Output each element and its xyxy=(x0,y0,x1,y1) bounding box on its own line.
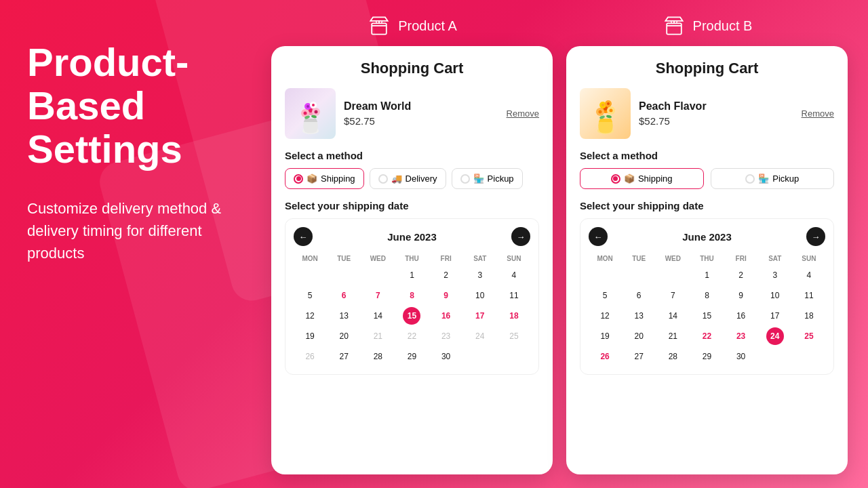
cal-day-15[interactable]: 15 xyxy=(698,307,715,325)
cal-day-2[interactable]: 2 xyxy=(437,266,455,284)
cal-day-15[interactable]: 15 xyxy=(403,307,420,325)
cal-day-22[interactable]: 22 xyxy=(403,327,420,345)
cal-day-6[interactable]: 6 xyxy=(335,287,353,304)
product-b-pickup-option[interactable]: 🏪 Pickup xyxy=(711,168,835,189)
cal-day-20[interactable]: 20 xyxy=(630,327,648,345)
cal-day-header: THU xyxy=(690,253,723,264)
shipping-radio-a xyxy=(294,174,303,184)
cal-day-25[interactable]: 25 xyxy=(800,327,818,345)
product-a-header: Product A xyxy=(367,14,457,38)
cal-day-10[interactable]: 10 xyxy=(471,287,489,304)
product-a-label: Product A xyxy=(398,18,457,34)
cal-day-2[interactable]: 2 xyxy=(732,266,750,284)
cal-day-26[interactable]: 26 xyxy=(301,348,319,365)
product-b-remove[interactable]: Remove xyxy=(802,108,834,119)
pickup-icon-a: 🏪 xyxy=(473,174,484,184)
cal-day-27[interactable]: 27 xyxy=(335,348,353,365)
cal-day-30[interactable]: 30 xyxy=(437,348,455,365)
cal-day-11[interactable]: 11 xyxy=(505,287,523,304)
cal-day-17[interactable]: 17 xyxy=(471,307,489,325)
cal-day-14[interactable]: 14 xyxy=(664,307,682,325)
main-description: Customize delivery method & delivery tim… xyxy=(27,197,231,264)
cal-day-9[interactable]: 9 xyxy=(437,287,455,304)
cal-day-13[interactable]: 13 xyxy=(630,307,648,325)
product-b-shipping-option[interactable]: 📦 Shipping xyxy=(580,168,704,189)
cal-day-12[interactable]: 12 xyxy=(301,307,319,325)
cal-day-18[interactable]: 18 xyxy=(800,307,818,325)
product-a-pickup-option[interactable]: 🏪 Pickup xyxy=(452,168,523,189)
cal-day-1[interactable]: 1 xyxy=(698,266,715,284)
product-a-prev-month[interactable]: ← xyxy=(294,227,313,246)
cal-day-16[interactable]: 16 xyxy=(732,307,750,325)
cal-day-3[interactable]: 3 xyxy=(471,266,489,284)
product-a-shipping-option[interactable]: 📦 Shipping xyxy=(285,168,364,189)
cal-day-24[interactable]: 24 xyxy=(471,327,489,345)
cal-day-11[interactable]: 11 xyxy=(800,287,818,304)
cal-day-5[interactable]: 5 xyxy=(596,287,614,304)
svg-point-23 xyxy=(601,104,604,106)
cal-day-14[interactable]: 14 xyxy=(369,307,387,325)
cal-day-4[interactable]: 4 xyxy=(505,266,523,284)
cal-day-19[interactable]: 19 xyxy=(301,327,319,345)
product-a-next-month[interactable]: → xyxy=(511,227,530,246)
product-a-delivery-option[interactable]: 🚚 Delivery xyxy=(370,168,446,189)
cal-day-8[interactable]: 8 xyxy=(403,287,420,304)
cal-day-7[interactable]: 7 xyxy=(369,287,387,304)
box-icon-a xyxy=(367,14,391,38)
product-b-calendar: ← June 2023 → MONTUEWEDTHUFRISATSUN12345… xyxy=(580,218,834,375)
cal-day-22[interactable]: 22 xyxy=(698,327,715,345)
product-b-next-month[interactable]: → xyxy=(806,227,825,246)
shipping-label-a: Shipping xyxy=(321,174,355,184)
cal-day-7[interactable]: 7 xyxy=(664,287,682,304)
cal-day-12[interactable]: 12 xyxy=(596,307,614,325)
shipping-icon-a: 📦 xyxy=(307,174,317,184)
cal-day-20[interactable]: 20 xyxy=(335,327,353,345)
product-b-prev-month[interactable]: ← xyxy=(589,227,608,246)
cal-day-29[interactable]: 29 xyxy=(698,348,715,365)
product-a-cart-title: Shopping Cart xyxy=(285,60,539,77)
product-a-remove[interactable]: Remove xyxy=(507,108,539,119)
cal-day-6[interactable]: 6 xyxy=(630,287,648,304)
product-a-image xyxy=(285,88,336,139)
cal-day-19[interactable]: 19 xyxy=(596,327,614,345)
left-panel: Product-Based Settings Customize deliver… xyxy=(0,0,258,488)
box-icon-b xyxy=(662,14,686,38)
cal-day-30[interactable]: 30 xyxy=(732,348,750,365)
main-heading: Product-Based Settings xyxy=(27,41,231,170)
pickup-label-a: Pickup xyxy=(488,174,514,184)
product-b-name: Peach Flavor xyxy=(639,100,793,113)
cal-day-21[interactable]: 21 xyxy=(664,327,682,345)
cal-day-empty xyxy=(630,266,648,284)
cal-day-21[interactable]: 21 xyxy=(369,327,387,345)
cal-day-3[interactable]: 3 xyxy=(766,266,784,284)
cal-day-24[interactable]: 24 xyxy=(766,327,784,345)
cal-day-16[interactable]: 16 xyxy=(437,307,455,325)
cal-day-header: WED xyxy=(656,253,689,264)
product-a-methods: 📦 Shipping 🚚 Delivery 🏪 Pickup xyxy=(285,168,539,189)
shipping-label-b: Shipping xyxy=(638,174,673,184)
cal-day-4[interactable]: 4 xyxy=(800,266,818,284)
product-b-methods: 📦 Shipping 🏪 Pickup xyxy=(580,168,834,189)
cal-day-25[interactable]: 25 xyxy=(505,327,523,345)
cal-day-18[interactable]: 18 xyxy=(505,307,523,325)
cal-day-13[interactable]: 13 xyxy=(335,307,353,325)
cal-day-header: TUE xyxy=(328,253,360,264)
cal-day-23[interactable]: 23 xyxy=(732,327,750,345)
cal-day-26[interactable]: 26 xyxy=(596,348,614,365)
cal-day-8[interactable]: 8 xyxy=(698,287,715,304)
cal-day-27[interactable]: 27 xyxy=(630,348,648,365)
delivery-label-a: Delivery xyxy=(406,174,437,184)
product-b-cart-item: Peach Flavor $52.75 Remove xyxy=(580,88,834,139)
cal-day-28[interactable]: 28 xyxy=(664,348,682,365)
cal-day-28[interactable]: 28 xyxy=(369,348,387,365)
cal-day-23[interactable]: 23 xyxy=(437,327,455,345)
product-a-date-label: Select your shipping date xyxy=(285,200,539,211)
cal-day-header: WED xyxy=(361,253,394,264)
product-b-method-label: Select a method xyxy=(580,150,834,161)
cal-day-5[interactable]: 5 xyxy=(301,287,319,304)
cal-day-10[interactable]: 10 xyxy=(766,287,784,304)
cal-day-17[interactable]: 17 xyxy=(766,307,784,325)
cal-day-9[interactable]: 9 xyxy=(732,287,750,304)
cal-day-29[interactable]: 29 xyxy=(403,348,420,365)
cal-day-1[interactable]: 1 xyxy=(403,266,420,284)
